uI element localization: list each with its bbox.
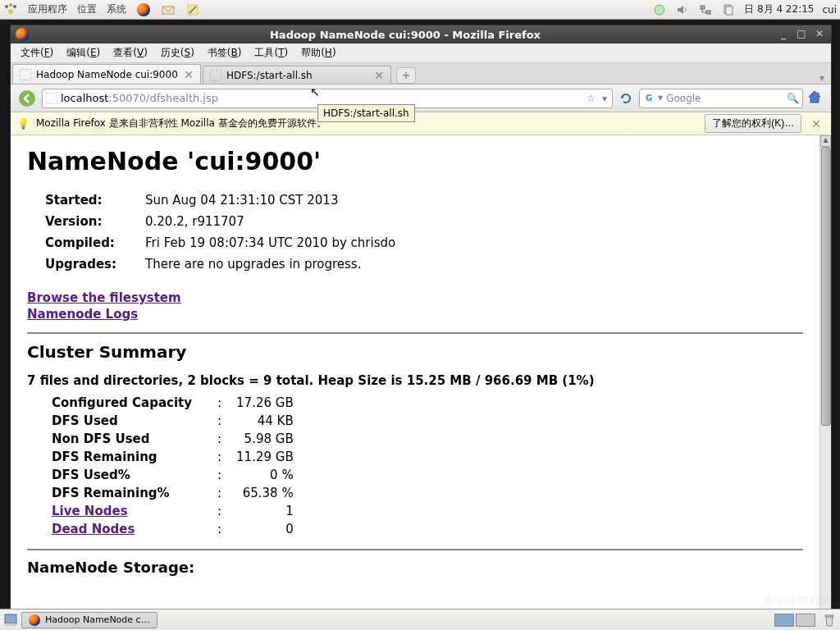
- svg-point-3: [8, 9, 13, 14]
- system-panel: 应用程序 位置 系统 日 8月 4 22:15 cui: [0, 0, 840, 20]
- tabbar: Hadoop NameNode cui:9000 ✕ HDFS:/start-a…: [11, 63, 831, 84]
- menu-system[interactable]: 系统: [107, 2, 126, 16]
- url-dropdown-icon[interactable]: ▾: [600, 93, 609, 104]
- show-desktop-icon[interactable]: [3, 613, 18, 628]
- google-icon: G: [643, 93, 655, 104]
- info-text: Mozilla Firefox 是来自非营利性 Mozilla 基金会的免费开源…: [36, 116, 326, 130]
- home-icon: [806, 89, 823, 105]
- storage-heading: NameNode Storage:: [27, 559, 803, 576]
- info-close-icon[interactable]: ✕: [808, 117, 824, 130]
- firefox-window: Hadoop NameNode cui:9000 - Mozilla Firef…: [10, 25, 832, 628]
- menu-bookmarks[interactable]: 书签(B): [203, 44, 247, 62]
- info-table: Started:Sun Aug 04 21:31:10 CST 2013 Ver…: [43, 189, 405, 276]
- tab-label: Hadoop NameNode cui:9000: [36, 69, 179, 80]
- search-box[interactable]: G ▼ Google 🔍: [639, 89, 803, 108]
- tab-label: HDFS:/start-all.sh: [226, 70, 369, 81]
- svg-point-6: [655, 5, 664, 15]
- cluster-summary-heading: Cluster Summary: [27, 342, 803, 362]
- bookmark-star-icon[interactable]: ☆: [585, 93, 597, 104]
- browse-fs-link[interactable]: Browse the filesystem: [27, 290, 803, 307]
- svg-point-11: [19, 90, 35, 107]
- vertical-scrollbar[interactable]: ▲: [819, 135, 831, 628]
- menu-view[interactable]: 查看(V): [108, 44, 153, 62]
- search-engine-dropdown-icon[interactable]: ▼: [658, 94, 663, 102]
- binoculars-icon[interactable]: 🔍: [787, 93, 799, 104]
- update-icon[interactable]: [652, 2, 667, 17]
- trash-icon[interactable]: [822, 613, 837, 628]
- clipboard-icon[interactable]: [721, 2, 736, 17]
- minimize-button[interactable]: _: [777, 28, 790, 41]
- maximize-button[interactable]: □: [795, 28, 808, 41]
- svg-point-2: [13, 5, 16, 8]
- plus-icon: [401, 71, 411, 80]
- reload-icon: [619, 92, 632, 105]
- email-launcher-icon[interactable]: [161, 2, 176, 17]
- taskbar-label: Hadoop NameNode c…: [45, 614, 150, 625]
- divider: [27, 332, 803, 334]
- network-icon[interactable]: [698, 2, 713, 17]
- info-rights-button[interactable]: 了解您的权利(K)…: [705, 114, 801, 133]
- divider: [27, 549, 803, 550]
- menu-history[interactable]: 历史(S): [156, 44, 199, 62]
- menu-tools[interactable]: 工具(T): [249, 44, 293, 62]
- close-button[interactable]: ✕: [813, 28, 826, 41]
- tab-tooltip: HDFS:/start-all.sh: [317, 104, 415, 122]
- page-content: NameNode 'cui:9000' Started:Sun Aug 04 2…: [11, 135, 819, 628]
- tab-list-button[interactable]: ▾: [813, 72, 831, 84]
- window-title: Hadoop NameNode cui:9000 - Mozilla Firef…: [34, 29, 777, 41]
- firefox-icon: [16, 28, 29, 41]
- svg-rect-7: [701, 6, 705, 9]
- scroll-thumb[interactable]: [821, 147, 831, 426]
- svg-point-1: [9, 3, 12, 7]
- live-nodes-link[interactable]: Live Nodes: [52, 504, 128, 518]
- user-menu[interactable]: cui: [822, 4, 837, 16]
- back-arrow-icon: [18, 89, 36, 107]
- tab-active[interactable]: Hadoop NameNode cui:9000 ✕: [12, 64, 201, 84]
- svg-rect-14: [825, 615, 833, 617]
- clock[interactable]: 日 8月 4 22:15: [744, 2, 814, 16]
- gnome-foot-icon[interactable]: [3, 2, 18, 17]
- dead-nodes-link[interactable]: Dead Nodes: [52, 522, 135, 536]
- page-icon: [20, 69, 31, 80]
- desktop: Hadoop NameNode cui:9000 - Mozilla Firef…: [0, 20, 840, 630]
- home-button[interactable]: [806, 89, 826, 108]
- volume-icon[interactable]: [675, 2, 690, 17]
- search-placeholder: Google: [666, 93, 783, 104]
- new-tab-button[interactable]: [396, 67, 416, 84]
- svg-rect-12: [5, 614, 16, 623]
- notes-launcher-icon[interactable]: [185, 2, 200, 17]
- tab-inactive[interactable]: HDFS:/start-all.sh ✕: [203, 66, 391, 84]
- firefox-launcher-icon[interactable]: [136, 2, 151, 17]
- site-identity-icon[interactable]: [46, 93, 57, 104]
- menu-edit[interactable]: 编辑(E): [62, 44, 105, 62]
- bottom-taskbar: Hadoop NameNode c…: [0, 609, 840, 630]
- menu-file[interactable]: 文件(F): [16, 44, 58, 62]
- workspace-switcher[interactable]: [774, 614, 815, 627]
- taskbar-firefox-button[interactable]: Hadoop NameNode c…: [21, 612, 158, 628]
- info-bar: 💡 Mozilla Firefox 是来自非营利性 Mozilla 基金会的免费…: [11, 112, 831, 135]
- lightbulb-icon: 💡: [17, 118, 30, 130]
- svg-rect-13: [5, 623, 16, 626]
- svg-point-0: [5, 5, 8, 8]
- menu-places[interactable]: 位置: [77, 2, 97, 16]
- namenode-logs-link[interactable]: Namenode Logs: [27, 307, 803, 323]
- scroll-up-icon[interactable]: ▲: [820, 135, 831, 147]
- page-title: NameNode 'cui:9000': [27, 147, 803, 176]
- summary-line: 7 files and directories, 2 blocks = 9 to…: [27, 373, 803, 388]
- workspace-1[interactable]: [774, 614, 794, 627]
- workspace-2[interactable]: [796, 614, 815, 627]
- tab-close-icon[interactable]: ✕: [184, 68, 194, 81]
- menu-applications[interactable]: 应用程序: [28, 2, 67, 16]
- tab-close-icon[interactable]: ✕: [374, 69, 384, 82]
- summary-table: Configured Capacity:17.26 GB DFS Used:44…: [43, 393, 302, 539]
- page-icon: [210, 70, 221, 81]
- reload-button[interactable]: [616, 89, 636, 107]
- back-button[interactable]: [16, 88, 39, 109]
- url-text: localhost:50070/dfshealth.jsp: [61, 92, 582, 104]
- menubar: 文件(F) 编辑(E) 查看(V) 历史(S) 书签(B) 工具(T) 帮助(H…: [11, 43, 831, 63]
- svg-rect-10: [726, 7, 733, 15]
- svg-rect-8: [706, 11, 710, 14]
- nav-toolbar: localhost:50070/dfshealth.jsp ☆ ▾ G ▼ Go…: [11, 84, 831, 112]
- menu-help[interactable]: 帮助(H): [296, 44, 340, 62]
- window-titlebar[interactable]: Hadoop NameNode cui:9000 - Mozilla Firef…: [11, 25, 831, 43]
